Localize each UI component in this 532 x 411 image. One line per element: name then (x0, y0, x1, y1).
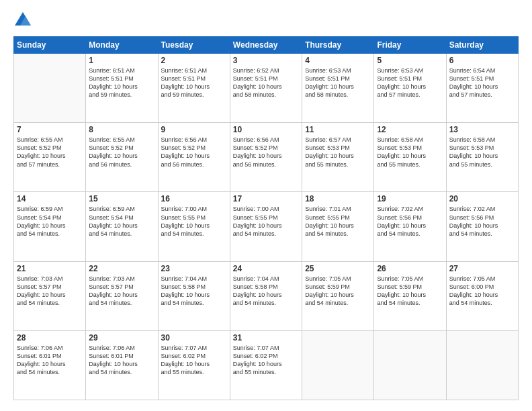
day-number: 6 (449, 56, 515, 65)
cell-info: Sunrise: 6:56 AM Sunset: 5:52 PM Dayligh… (233, 136, 299, 169)
day-number: 18 (305, 194, 371, 203)
calendar-cell: 8Sunrise: 6:55 AM Sunset: 5:52 PM Daylig… (86, 123, 158, 192)
cell-info: Sunrise: 7:03 AM Sunset: 5:57 PM Dayligh… (89, 275, 154, 308)
day-number: 20 (449, 194, 515, 203)
calendar-header-row: SundayMondayTuesdayWednesdayThursdayFrid… (14, 37, 519, 54)
header (13, 11, 519, 30)
cell-info: Sunrise: 7:01 AM Sunset: 5:55 PM Dayligh… (305, 205, 371, 238)
day-number: 27 (449, 264, 515, 273)
day-number: 16 (161, 194, 227, 203)
day-number: 26 (377, 264, 443, 273)
cell-info: Sunrise: 6:58 AM Sunset: 5:53 PM Dayligh… (449, 136, 515, 169)
calendar-week-1: 7Sunrise: 6:55 AM Sunset: 5:52 PM Daylig… (14, 123, 519, 192)
day-header-wednesday: Wednesday (230, 37, 302, 54)
day-number: 25 (305, 264, 371, 273)
logo (13, 11, 35, 30)
day-number: 5 (377, 56, 443, 65)
day-header-thursday: Thursday (302, 37, 374, 54)
cell-info: Sunrise: 7:06 AM Sunset: 6:01 PM Dayligh… (17, 344, 83, 377)
day-number: 13 (449, 125, 515, 134)
cell-info: Sunrise: 7:04 AM Sunset: 5:58 PM Dayligh… (233, 275, 299, 308)
cell-info: Sunrise: 6:57 AM Sunset: 5:53 PM Dayligh… (305, 136, 371, 169)
cell-info: Sunrise: 6:59 AM Sunset: 5:54 PM Dayligh… (17, 205, 83, 238)
calendar-cell: 3Sunrise: 6:52 AM Sunset: 5:51 PM Daylig… (230, 54, 302, 123)
calendar-cell: 26Sunrise: 7:05 AM Sunset: 5:59 PM Dayli… (374, 261, 446, 330)
calendar-cell: 28Sunrise: 7:06 AM Sunset: 6:01 PM Dayli… (14, 330, 86, 400)
calendar-cell: 4Sunrise: 6:53 AM Sunset: 5:51 PM Daylig… (302, 54, 374, 123)
calendar-cell (446, 330, 518, 400)
cell-info: Sunrise: 6:58 AM Sunset: 5:53 PM Dayligh… (377, 136, 443, 169)
cell-info: Sunrise: 7:06 AM Sunset: 6:01 PM Dayligh… (89, 344, 154, 377)
cell-info: Sunrise: 7:03 AM Sunset: 5:57 PM Dayligh… (17, 275, 83, 308)
cell-info: Sunrise: 7:02 AM Sunset: 5:56 PM Dayligh… (449, 205, 515, 238)
calendar-cell: 21Sunrise: 7:03 AM Sunset: 5:57 PM Dayli… (14, 261, 86, 330)
cell-info: Sunrise: 7:07 AM Sunset: 6:02 PM Dayligh… (233, 344, 299, 377)
page: SundayMondayTuesdayWednesdayThursdayFrid… (0, 0, 532, 411)
calendar-cell: 15Sunrise: 6:59 AM Sunset: 5:54 PM Dayli… (86, 192, 158, 261)
day-number: 7 (17, 125, 83, 134)
day-number: 17 (233, 194, 299, 203)
calendar-cell: 10Sunrise: 6:56 AM Sunset: 5:52 PM Dayli… (230, 123, 302, 192)
day-number: 14 (17, 194, 83, 203)
day-number: 2 (161, 56, 227, 65)
calendar-cell (14, 54, 86, 123)
calendar-cell: 7Sunrise: 6:55 AM Sunset: 5:52 PM Daylig… (14, 123, 86, 192)
day-number: 19 (377, 194, 443, 203)
calendar-cell: 9Sunrise: 6:56 AM Sunset: 5:52 PM Daylig… (158, 123, 230, 192)
day-number: 9 (161, 125, 227, 134)
calendar-cell: 19Sunrise: 7:02 AM Sunset: 5:56 PM Dayli… (374, 192, 446, 261)
calendar-cell (374, 330, 446, 400)
cell-info: Sunrise: 6:59 AM Sunset: 5:54 PM Dayligh… (89, 205, 154, 238)
calendar-cell: 27Sunrise: 7:05 AM Sunset: 6:00 PM Dayli… (446, 261, 518, 330)
day-number: 3 (233, 56, 299, 65)
cell-info: Sunrise: 7:05 AM Sunset: 6:00 PM Dayligh… (449, 275, 515, 308)
calendar-cell: 11Sunrise: 6:57 AM Sunset: 5:53 PM Dayli… (302, 123, 374, 192)
cell-info: Sunrise: 6:56 AM Sunset: 5:52 PM Dayligh… (161, 136, 227, 169)
day-number: 23 (161, 264, 227, 273)
day-number: 21 (17, 264, 83, 273)
cell-info: Sunrise: 6:55 AM Sunset: 5:52 PM Dayligh… (89, 136, 154, 169)
day-number: 31 (233, 333, 299, 342)
cell-info: Sunrise: 7:05 AM Sunset: 5:59 PM Dayligh… (377, 275, 443, 308)
calendar-cell: 13Sunrise: 6:58 AM Sunset: 5:53 PM Dayli… (446, 123, 518, 192)
day-number: 29 (89, 333, 154, 342)
cell-info: Sunrise: 6:53 AM Sunset: 5:51 PM Dayligh… (305, 66, 371, 99)
calendar-cell: 17Sunrise: 7:00 AM Sunset: 5:55 PM Dayli… (230, 192, 302, 261)
day-header-saturday: Saturday (446, 37, 518, 54)
calendar-cell: 22Sunrise: 7:03 AM Sunset: 5:57 PM Dayli… (86, 261, 158, 330)
calendar: SundayMondayTuesdayWednesdayThursdayFrid… (13, 36, 519, 400)
day-number: 28 (17, 333, 83, 342)
cell-info: Sunrise: 6:54 AM Sunset: 5:51 PM Dayligh… (449, 66, 515, 99)
day-number: 4 (305, 56, 371, 65)
cell-info: Sunrise: 7:00 AM Sunset: 5:55 PM Dayligh… (233, 205, 299, 238)
logo-icon (13, 11, 32, 30)
day-number: 10 (233, 125, 299, 134)
calendar-cell: 14Sunrise: 6:59 AM Sunset: 5:54 PM Dayli… (14, 192, 86, 261)
cell-info: Sunrise: 7:04 AM Sunset: 5:58 PM Dayligh… (161, 275, 227, 308)
calendar-cell: 31Sunrise: 7:07 AM Sunset: 6:02 PM Dayli… (230, 330, 302, 400)
day-number: 22 (89, 264, 154, 273)
day-header-sunday: Sunday (14, 37, 86, 54)
calendar-cell: 12Sunrise: 6:58 AM Sunset: 5:53 PM Dayli… (374, 123, 446, 192)
day-number: 30 (161, 333, 227, 342)
cell-info: Sunrise: 6:52 AM Sunset: 5:51 PM Dayligh… (233, 66, 299, 99)
calendar-cell: 16Sunrise: 7:00 AM Sunset: 5:55 PM Dayli… (158, 192, 230, 261)
cell-info: Sunrise: 6:53 AM Sunset: 5:51 PM Dayligh… (377, 66, 443, 99)
calendar-cell (302, 330, 374, 400)
calendar-cell: 30Sunrise: 7:07 AM Sunset: 6:02 PM Dayli… (158, 330, 230, 400)
cell-info: Sunrise: 6:55 AM Sunset: 5:52 PM Dayligh… (17, 136, 83, 169)
day-number: 12 (377, 125, 443, 134)
cell-info: Sunrise: 7:00 AM Sunset: 5:55 PM Dayligh… (161, 205, 227, 238)
calendar-cell: 25Sunrise: 7:05 AM Sunset: 5:59 PM Dayli… (302, 261, 374, 330)
calendar-cell: 23Sunrise: 7:04 AM Sunset: 5:58 PM Dayli… (158, 261, 230, 330)
calendar-cell: 5Sunrise: 6:53 AM Sunset: 5:51 PM Daylig… (374, 54, 446, 123)
cell-info: Sunrise: 6:51 AM Sunset: 5:51 PM Dayligh… (89, 66, 154, 99)
cell-info: Sunrise: 6:51 AM Sunset: 5:51 PM Dayligh… (161, 66, 227, 99)
day-header-tuesday: Tuesday (158, 37, 230, 54)
cell-info: Sunrise: 7:05 AM Sunset: 5:59 PM Dayligh… (305, 275, 371, 308)
cell-info: Sunrise: 7:07 AM Sunset: 6:02 PM Dayligh… (161, 344, 227, 377)
calendar-cell: 6Sunrise: 6:54 AM Sunset: 5:51 PM Daylig… (446, 54, 518, 123)
calendar-cell: 29Sunrise: 7:06 AM Sunset: 6:01 PM Dayli… (86, 330, 158, 400)
calendar-week-2: 14Sunrise: 6:59 AM Sunset: 5:54 PM Dayli… (14, 192, 519, 261)
day-number: 15 (89, 194, 154, 203)
